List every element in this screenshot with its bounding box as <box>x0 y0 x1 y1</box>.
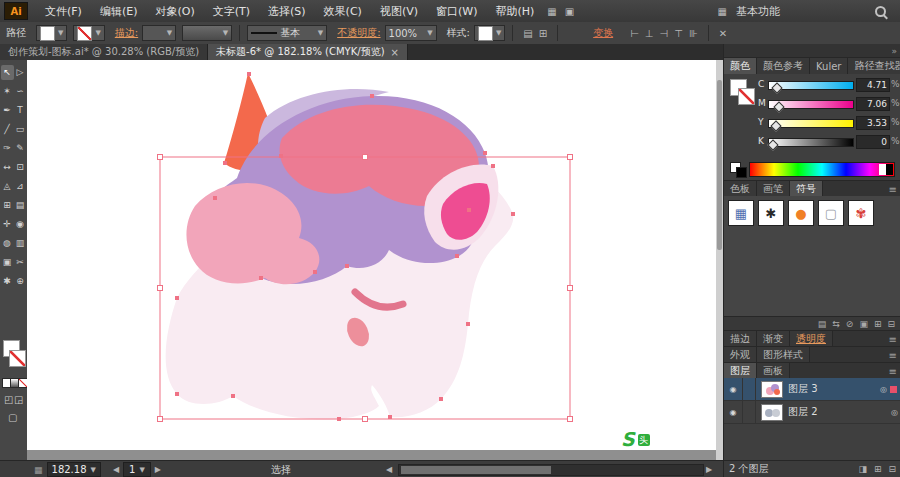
black-value[interactable]: 0 <box>856 135 890 149</box>
lock-cell[interactable] <box>743 401 756 423</box>
panel-menu-icon[interactable]: ≡ <box>885 363 900 379</box>
gradient-tool-icon[interactable]: ▤ <box>14 198 27 213</box>
visibility-eye-icon[interactable]: ◉ <box>724 378 743 400</box>
menu-object[interactable]: 对象(O) <box>146 1 203 22</box>
menu-type[interactable]: 文字(T) <box>204 1 259 22</box>
paintbrush-tool-icon[interactable]: ✑ <box>1 141 14 156</box>
line-tool-icon[interactable]: ╱ <box>1 122 14 137</box>
menu-help[interactable]: 帮助(H) <box>486 1 543 22</box>
document-tab-2[interactable]: 未标题-6* @ 182.18% (CMYK/预览) × <box>208 44 408 60</box>
free-transform-tool-icon[interactable]: ⊡ <box>14 160 27 175</box>
draw-mode-icon[interactable]: ◰ <box>4 394 13 405</box>
menu-view[interactable]: 视图(V) <box>371 1 427 22</box>
artboard-navigation-dropdown[interactable]: 1 ▼ <box>123 462 151 477</box>
horizontal-scrollbar-thumb[interactable] <box>401 466 551 474</box>
close-tab-icon[interactable]: × <box>391 47 399 58</box>
menu-effect[interactable]: 效果(C) <box>315 1 371 22</box>
cyan-slider-thumb[interactable] <box>771 82 782 93</box>
symbol-libraries-icon[interactable]: ▤ <box>818 319 827 329</box>
direct-selection-tool-icon[interactable]: ▷ <box>14 65 27 80</box>
align-right-icon[interactable]: ⊣ <box>657 28 672 39</box>
width-tool-icon[interactable]: ↔ <box>1 160 14 175</box>
panel-menu-icon[interactable]: ≡ <box>885 331 900 347</box>
black-swatch[interactable] <box>736 167 747 178</box>
black-slider-thumb[interactable] <box>767 139 778 150</box>
vertical-scrollbar-thumb[interactable] <box>717 80 722 250</box>
pen-tool-icon[interactable]: ✒ <box>1 103 14 118</box>
new-layer-icon[interactable]: ⊞ <box>874 464 882 474</box>
tab-graphic-styles[interactable]: 图形样式 <box>757 347 810 363</box>
type-tool-icon[interactable]: T <box>14 103 27 118</box>
color-spectrum-bar[interactable] <box>749 162 895 177</box>
magenta-slider-thumb[interactable] <box>773 101 784 112</box>
magic-wand-tool-icon[interactable]: ✶ <box>1 84 14 99</box>
lasso-tool-icon[interactable]: ∽ <box>14 84 27 99</box>
menu-select[interactable]: 选择(S) <box>259 1 315 22</box>
menu-edit[interactable]: 编辑(E) <box>91 1 147 22</box>
stroke-proxy-swatch[interactable] <box>9 350 26 367</box>
style-dropdown[interactable]: ▼ <box>474 25 505 41</box>
layer-name[interactable]: 图层 3 <box>788 382 880 396</box>
slice-tool-icon[interactable]: ✂ <box>14 255 27 270</box>
previous-artboard-icon[interactable]: ◀ <box>113 465 119 474</box>
stroke-panel-link[interactable]: 描边: <box>115 26 138 40</box>
visibility-eye-icon[interactable]: ◉ <box>724 401 743 423</box>
preferences-icon[interactable]: ⊞ <box>536 28 550 39</box>
variable-width-profile-dropdown[interactable]: 基本 ▼ <box>247 25 327 41</box>
spectrum-black-cell[interactable] <box>886 164 893 175</box>
distribute-icon[interactable]: ⊪ <box>686 28 701 39</box>
symbol-item-2[interactable]: ✱ <box>758 200 784 226</box>
tab-kuler[interactable]: Kuler <box>810 58 848 74</box>
spectrum-white-cell[interactable] <box>879 164 886 175</box>
magenta-slider[interactable] <box>768 100 854 109</box>
new-symbol-icon[interactable]: ⊞ <box>874 319 882 329</box>
tab-swatches[interactable]: 色板 <box>724 181 757 197</box>
symbol-sprayer-tool-icon[interactable]: ◍ <box>1 236 14 251</box>
panel-menu-icon[interactable]: ≡ <box>885 347 900 363</box>
lock-cell[interactable] <box>743 378 756 400</box>
screen-mode-button[interactable]: ▢ <box>8 412 17 423</box>
opacity-panel-link[interactable]: 不透明度: <box>337 26 380 40</box>
layer-row-2[interactable]: ◉ 图层 2 ◎ <box>724 401 900 424</box>
yellow-slider-thumb[interactable] <box>770 120 781 131</box>
tab-stroke[interactable]: 描边 <box>724 331 757 347</box>
cyan-value[interactable]: 4.71 <box>856 78 890 92</box>
magenta-value[interactable]: 7.06 <box>856 97 890 111</box>
transform-panel-link[interactable]: 变换 <box>593 26 613 40</box>
brush-definition-dropdown[interactable]: ▼ <box>182 25 232 41</box>
delete-symbol-icon[interactable]: ⊟ <box>887 319 895 329</box>
selection-tool-icon[interactable]: ↖ <box>1 65 14 80</box>
target-circle-icon[interactable]: ◎ <box>891 408 898 417</box>
mesh-tool-icon[interactable]: ⊞ <box>1 198 14 213</box>
place-symbol-icon[interactable]: ⇆ <box>832 319 840 329</box>
symbol-item-1[interactable]: ▦ <box>728 200 754 226</box>
tab-symbols[interactable]: 符号 <box>790 181 823 197</box>
tab-transparency[interactable]: 透明度 <box>790 331 833 347</box>
arrange-documents-icon[interactable]: ▦ <box>543 6 560 17</box>
canvas[interactable]: S 头 <box>27 60 716 460</box>
hand-tool-icon[interactable]: ✱ <box>1 274 14 289</box>
stroke-color-dropdown[interactable]: ▼ <box>73 25 104 41</box>
symbol-item-5[interactable]: ✾ <box>848 200 874 226</box>
zoom-tool-icon[interactable]: ⊕ <box>14 274 27 289</box>
eyedropper-tool-icon[interactable]: ✛ <box>1 217 14 232</box>
artboard-tool-icon[interactable]: ▣ <box>1 255 14 270</box>
black-slider[interactable] <box>768 138 854 147</box>
tab-brushes[interactable]: 画笔 <box>757 181 790 197</box>
stroke-width-dropdown[interactable]: ▼ <box>142 25 176 41</box>
symbol-item-3[interactable]: ● <box>788 200 814 226</box>
pencil-tool-icon[interactable]: ✎ <box>14 141 27 156</box>
tab-pathfinder[interactable]: 路径查找器 <box>848 58 900 74</box>
menu-file[interactable]: 文件(F) <box>36 1 91 22</box>
menu-window[interactable]: 窗口(W) <box>427 1 486 22</box>
tab-color[interactable]: 颜色 <box>724 58 757 74</box>
cyan-slider[interactable] <box>768 81 854 90</box>
scroll-right-icon[interactable]: ▶ <box>706 465 712 474</box>
draw-behind-icon[interactable]: ◲ <box>14 394 23 405</box>
scroll-left-icon[interactable]: ◀ <box>386 465 392 474</box>
horizontal-scrollbar[interactable] <box>398 464 704 476</box>
symbol-options-icon[interactable]: ▣ <box>859 319 868 329</box>
align-top-icon[interactable]: ⊤ <box>671 28 686 39</box>
align-center-icon[interactable]: ⊥ <box>642 28 657 39</box>
make-clipping-mask-icon[interactable]: ◨ <box>858 464 867 474</box>
